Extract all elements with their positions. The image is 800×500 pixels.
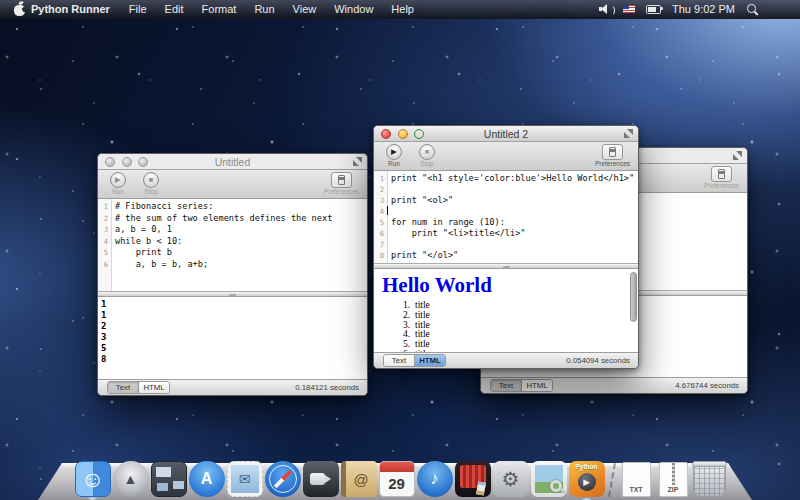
stop-button[interactable]: ■ Stop (139, 172, 163, 195)
menu-window[interactable]: Window (325, 0, 382, 18)
dock-itunes[interactable]: ♪ (417, 461, 453, 497)
menu-edit[interactable]: Edit (156, 0, 193, 18)
us-flag-icon[interactable] (623, 5, 635, 13)
dock-preview[interactable] (531, 461, 567, 497)
at-sign-icon: @ (353, 471, 368, 488)
window-untitled: Untitled ▶ Run ■ Stop Preferences 1# Fib… (97, 153, 368, 396)
fullscreen-icon[interactable] (624, 129, 633, 138)
dock-trash[interactable] (693, 462, 726, 497)
tab-text[interactable]: Text (491, 380, 522, 391)
code-text: print "</ol>" (387, 250, 458, 261)
line-number: 8 (374, 250, 387, 261)
output-line: 1 (101, 299, 367, 310)
code-line: 3a, b = 0, 1 (98, 224, 367, 236)
fullscreen-icon[interactable] (733, 151, 742, 160)
menu-clock[interactable]: Thu 9:02 PM (672, 3, 735, 15)
dock-ical[interactable]: 29 (379, 461, 415, 497)
close-button[interactable] (381, 129, 391, 139)
close-button[interactable] (105, 157, 115, 167)
zoom-button[interactable] (138, 157, 148, 167)
line-number: 6 (374, 228, 387, 239)
code-text (388, 206, 392, 217)
minimize-button[interactable] (122, 157, 132, 167)
app-store-a-icon: A (201, 470, 213, 488)
tab-text[interactable]: Text (108, 382, 139, 393)
calendar-day: 29 (380, 472, 414, 495)
dock-mail[interactable]: ✉ (227, 461, 263, 497)
battery-icon[interactable] (646, 5, 661, 14)
app-menu-python-runner[interactable]: Python Runner (25, 0, 120, 18)
stop-label: Stop (420, 160, 433, 167)
titlebar-untitled[interactable]: Untitled (98, 154, 367, 170)
preferences-button[interactable]: Preferences (595, 144, 630, 167)
minimize-button[interactable] (398, 129, 408, 139)
code-line: 7 (374, 239, 638, 250)
code-editor[interactable]: 1print "<h1 style='color:blue'>Hello Wor… (374, 171, 638, 263)
dock-photo-booth[interactable] (455, 461, 491, 497)
preferences-label: Preferences (595, 160, 630, 167)
menu-file[interactable]: File (120, 0, 156, 18)
run-button[interactable]: ▶ Run (382, 144, 406, 167)
spotlight-icon[interactable] (746, 3, 758, 15)
preferences-button[interactable]: Preferences (704, 166, 739, 189)
code-line: 1# Fibonacci series: (98, 201, 367, 213)
dock-mission-control[interactable] (151, 461, 187, 497)
output-line: 1 (101, 310, 367, 321)
traffic-lights (381, 129, 424, 139)
volume-icon[interactable] (599, 4, 612, 15)
code-text: a, b = 0, 1 (111, 224, 172, 236)
scrollbar-track[interactable] (630, 271, 637, 350)
dock-app-store[interactable]: A (189, 461, 225, 497)
python-runner-label: Python (569, 463, 605, 470)
code-editor[interactable]: 1# Fibonacci series: 2# the sum of two e… (98, 199, 367, 291)
rendered-h1-heading: Hello World (382, 273, 628, 297)
tab-html[interactable]: HTML (139, 382, 169, 393)
traffic-lights (105, 157, 148, 167)
window-untitled-2: Untitled 2 ▶ Run ■ Stop Preferences 1pri… (373, 125, 639, 369)
output-pane[interactable]: Hello World 1.title 2.title 3.title 4.ti… (374, 269, 638, 352)
tab-text[interactable]: Text (384, 355, 415, 366)
dock-address-book[interactable]: @ (341, 461, 377, 497)
menu-view[interactable]: View (284, 0, 326, 18)
dock-python-runner[interactable]: Python▶ (569, 461, 605, 497)
zip-label: ZIP (660, 486, 687, 493)
line-number: 5 (98, 247, 111, 259)
play-button-icon: ▶ (578, 473, 596, 491)
execution-time: 0.054094 seconds (566, 356, 630, 365)
tab-html[interactable]: HTML (415, 355, 445, 366)
output-pane[interactable]: 1 1 2 3 5 8 (98, 297, 367, 379)
dock-txt-document[interactable]: TXT (622, 462, 651, 497)
music-note-icon: ♪ (430, 469, 439, 489)
menu-help[interactable]: Help (382, 0, 423, 18)
dock-system-preferences[interactable]: ⚙ (493, 461, 529, 497)
dock-launchpad[interactable]: ▲ (113, 461, 149, 497)
stop-button[interactable]: ■ Stop (415, 144, 439, 167)
line-number: 6 (98, 259, 111, 271)
titlebar-untitled-2[interactable]: Untitled 2 (374, 126, 638, 142)
line-number: 2 (98, 213, 111, 225)
output-mode-segmented-control: Text HTML (107, 381, 170, 394)
tab-html[interactable]: HTML (522, 380, 552, 391)
code-text: a, b = b, a+b; (111, 259, 208, 271)
menu-run[interactable]: Run (245, 0, 283, 18)
execution-time: 0.184121 seconds (295, 383, 359, 392)
dock-facetime[interactable] (303, 461, 339, 497)
menu-bar-status: Thu 9:02 PM (599, 3, 800, 15)
toolbar: ▶ Run ■ Stop Preferences (98, 170, 367, 199)
apple-menu-icon[interactable] (14, 5, 25, 16)
run-button[interactable]: ▶ Run (106, 172, 130, 195)
preferences-button[interactable]: Preferences (324, 172, 359, 195)
dock-zip-archive[interactable]: ZIP (659, 462, 688, 497)
dock-finder[interactable]: ☺ (75, 461, 111, 497)
output-mode-segmented-control: Text HTML (383, 354, 446, 367)
code-text (387, 239, 391, 250)
code-line: 1print "<h1 style='color:blue'>Hello Wor… (374, 173, 638, 184)
fullscreen-icon[interactable] (353, 157, 362, 166)
running-indicator (88, 497, 97, 500)
scrollbar-thumb[interactable] (630, 272, 637, 323)
dock-safari[interactable] (265, 461, 301, 497)
menu-format[interactable]: Format (193, 0, 246, 18)
code-line: 3print "<ol>" (374, 195, 638, 206)
zoom-button[interactable] (414, 129, 424, 139)
code-text: # the sum of two elements defines the ne… (111, 213, 332, 225)
